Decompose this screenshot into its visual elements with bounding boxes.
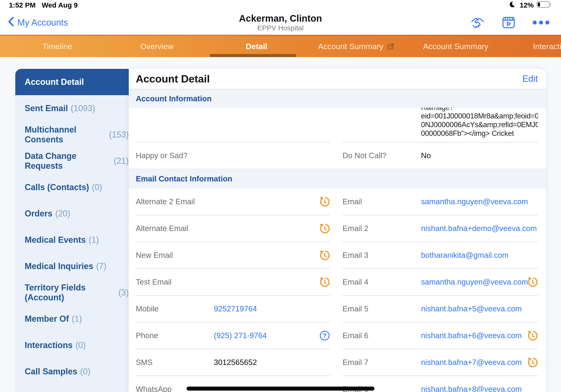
field-label: Email 6 <box>343 331 421 340</box>
field-value-link[interactable]: nishant.bafna+5@veeva.com <box>421 304 538 313</box>
field-row-new-email: New Email <box>136 242 330 269</box>
handshake-icon[interactable] <box>470 16 485 29</box>
field-row-alternate-email: Alternate Email <box>136 215 330 242</box>
history-icon[interactable] <box>319 196 330 207</box>
back-label: My Accounts <box>17 18 68 28</box>
back-to-my-accounts-button[interactable]: My Accounts <box>8 10 68 35</box>
field-value-link[interactable]: (925) 271-9764 <box>214 331 319 340</box>
section-header-email-contact-information: Email Contact Information <box>129 169 546 188</box>
email-contact-rows: Alternate 2 EmailEmailsamantha.nguyen@ve… <box>129 188 546 392</box>
history-icon[interactable] <box>319 223 330 234</box>
field-label: Alternate Email <box>136 224 214 233</box>
tab-overview-1[interactable]: Overview <box>107 35 207 57</box>
tab-detail-2[interactable]: Detail <box>207 35 306 57</box>
field-row-pair-5: Phone(925) 271-9764?Email 6nishant.bafna… <box>129 322 546 349</box>
external-link-icon <box>387 43 394 51</box>
happy-dnc-row: Happy or Sad? Do Not Call? No <box>129 142 546 169</box>
field-row-email-3: Email 3botharanikita@gmail.com <box>343 242 538 269</box>
sidebar-item-label: Territory Fields (Account) <box>25 283 116 303</box>
related-lists-sidebar: Account Detail Sent Email(1093)Multichan… <box>15 69 129 392</box>
field-value-link[interactable]: nishant.bafna+8@veeva.com <box>421 385 538 392</box>
field-label: SMS <box>136 358 214 367</box>
sidebar-item-interactions[interactable]: Interactions(0) <box>15 332 129 358</box>
section-header-account-information: Account Information <box>129 89 546 108</box>
sidebar-item-label: Member Of <box>25 314 69 324</box>
tab-account-summary-4[interactable]: Account Summary <box>406 35 506 57</box>
sidebar-item-territory-fields-account-[interactable]: Territory Fields (Account)(3) <box>15 279 129 306</box>
history-icon[interactable] <box>527 277 538 287</box>
sidebar-item-count: (7) <box>96 261 107 271</box>
field-value-link[interactable]: samantha.nguyen@veeva.com <box>421 278 527 286</box>
do-not-call-field: Do Not Call? No <box>343 142 538 169</box>
tab-interaction-s-5[interactable]: Interaction S <box>506 35 561 57</box>
sidebar-item-calls-contacts-[interactable]: Calls (Contacts)(0) <box>15 174 129 200</box>
sidebar-item-label: Sent Email <box>25 103 68 113</box>
page-title: Ackerman, Clinton <box>239 13 322 24</box>
field-value-link[interactable]: 9252719764 <box>214 304 330 313</box>
sidebar-item-count: (20) <box>55 209 70 218</box>
history-icon[interactable] <box>527 357 538 368</box>
sidebar-item-label: Interactions <box>25 340 73 350</box>
field-label: Mobile <box>136 304 214 313</box>
media-player-icon[interactable] <box>502 16 515 29</box>
field-row-email-6: Email 6nishant.bafna+6@veeva.com <box>343 322 538 349</box>
battery-percent: 12% <box>520 1 534 9</box>
tab-bar: TimelineOverviewDetailAccount SummaryAcc… <box>0 35 561 57</box>
field-label: New Email <box>136 251 214 260</box>
sidebar-item-account-detail-selected[interactable]: Account Detail <box>15 69 129 95</box>
tab-timeline-0[interactable]: Timeline <box>8 35 107 57</box>
history-icon[interactable] <box>527 330 538 341</box>
sidebar-item-multichannel-consents[interactable]: Multichannel Consents(153) <box>15 121 129 148</box>
account-detail-card: Account Detail Edit Account Information … <box>129 69 546 392</box>
history-icon[interactable] <box>319 277 330 287</box>
sidebar-item-count: (153) <box>109 130 129 140</box>
tab-account-summary-3[interactable]: Account Summary <box>306 35 406 57</box>
history-icon[interactable] <box>319 250 330 261</box>
sidebar-item-sent-email[interactable]: Sent Email(1093) <box>15 95 129 121</box>
sidebar-item-member-of[interactable]: Member Of(1) <box>15 306 129 332</box>
veeva-crm-account-detail-screen: 1:52 PM Wed Aug 9 12% <box>0 0 561 392</box>
field-row-pair-0: Alternate 2 EmailEmailsamantha.nguyen@ve… <box>129 188 546 215</box>
field-value: No <box>421 151 538 160</box>
home-indicator[interactable] <box>186 387 375 391</box>
account-info-html-value: Raimage?eid=001J0000018Mr8a&amp;feoid=00… <box>421 108 538 138</box>
field-row-pair-3: Test EmailEmail 4samantha.nguyen@veeva.c… <box>129 269 546 296</box>
sidebar-item-label: Call Samples <box>25 367 77 377</box>
field-row-email-4: Email 4samantha.nguyen@veeva.com <box>343 269 538 296</box>
field-label: Happy or Sad? <box>136 151 214 160</box>
sidebar-item-medical-inquiries[interactable]: Medical Inquiries(7) <box>15 253 129 279</box>
help-icon[interactable]: ? <box>319 330 330 341</box>
account-info-left-empty <box>136 108 330 142</box>
sidebar-item-medical-events[interactable]: Medical Events(1) <box>15 227 129 253</box>
battery-icon <box>537 1 552 10</box>
sidebar-item-data-change-requests[interactable]: Data Change Requests(21) <box>15 148 129 174</box>
field-row-phone: Phone(925) 271-9764? <box>136 322 330 349</box>
sidebar-item-label: Medical Events <box>25 235 86 245</box>
field-value-link[interactable]: nishant.bafna+7@veeva.com <box>421 358 527 367</box>
field-label: Email 5 <box>343 304 421 313</box>
field-row-mobile: Mobile9252719764 <box>136 296 330 322</box>
edit-button[interactable]: Edit <box>522 74 538 84</box>
sidebar-item-call-samples[interactable]: Call Samples(0) <box>15 358 129 385</box>
happy-or-sad-field: Happy or Sad? <box>136 142 330 169</box>
field-label: Email 2 <box>343 224 421 233</box>
field-label: Email 3 <box>343 251 421 260</box>
field-label: Alternate 2 Email <box>136 197 214 206</box>
field-value-link[interactable]: samantha.nguyen@veeva.com <box>421 197 538 206</box>
more-ellipsis-icon[interactable] <box>532 20 550 25</box>
sidebar-item-count: (1) <box>72 314 82 324</box>
sidebar-item-count: (0) <box>80 367 90 377</box>
field-value-link[interactable]: botharanikita@gmail.com <box>421 251 538 260</box>
sidebar-item-count: (3) <box>119 288 129 297</box>
sidebar-item-orders[interactable]: Orders(20) <box>15 200 129 227</box>
sidebar-item-count: (1093) <box>71 103 95 113</box>
sidebar-item-count: (1) <box>88 235 99 245</box>
field-row-pair-4: Mobile9252719764Email 5nishant.bafna+5@v… <box>129 296 546 322</box>
back-chevron-icon <box>8 16 14 29</box>
field-value-link[interactable]: nishant.bafna+6@veeva.com <box>421 331 527 340</box>
nav-bar: My Accounts Ackerman, Clinton EPPV Hospi… <box>0 10 561 35</box>
field-label: Test Email <box>136 278 214 286</box>
field-value-link[interactable]: nishant.bafna+demo@veeva.com <box>421 224 538 233</box>
field-value: 3012565652 <box>214 358 330 367</box>
field-row-email-7: Email 7nishant.bafna+7@veeva.com <box>343 349 538 376</box>
